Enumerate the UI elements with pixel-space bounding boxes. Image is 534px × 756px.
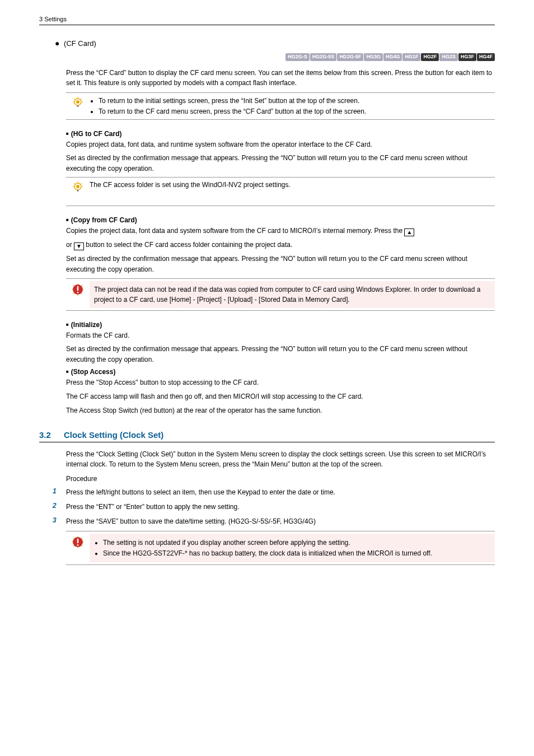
copy-from-heading: ■(Copy from CF Card) <box>66 216 495 224</box>
svg-line-7 <box>81 99 82 100</box>
tip-box-1: To return to the initial settings screen… <box>66 92 495 120</box>
model-badge: HG2S <box>439 53 458 61</box>
tip-box-2: The CF access folder is set using the Wi… <box>66 177 495 206</box>
down-arrow-icon: ▼ <box>74 242 84 250</box>
warn-item: The setting is not updated if you displa… <box>103 538 490 548</box>
model-badge: HG1F <box>402 53 420 61</box>
svg-line-15 <box>81 183 82 184</box>
svg-line-36 <box>73 545 74 547</box>
svg-rect-28 <box>77 539 78 543</box>
hg-to-cf-tip: The CF access folder is set using the Wi… <box>90 180 495 194</box>
svg-rect-10 <box>77 190 79 192</box>
warn-box-2: The setting is not updated if you displa… <box>66 531 495 565</box>
section-title: Clock Setting (Clock Set) <box>64 430 163 440</box>
tip-item: To return to the initial settings screen… <box>99 96 495 106</box>
copy-from-p1b: or ▼ button to select the CF card access… <box>66 240 495 250</box>
step-number: 3 <box>53 516 66 526</box>
cfcard-heading: ● (CF Card) <box>55 39 495 48</box>
svg-line-14 <box>74 183 75 184</box>
stop-access-p1: Press the "Stop Access" button to stop a… <box>66 377 495 388</box>
section-3-2-heading: 3.2 Clock Setting (Clock Set) <box>39 430 495 442</box>
hg-to-cf-p1: Copies project data, font data, and runt… <box>66 139 495 150</box>
chapter-header: 3 Settings <box>39 16 495 25</box>
svg-rect-2 <box>77 105 79 107</box>
svg-line-24 <box>81 293 82 294</box>
step-number: 2 <box>53 502 66 512</box>
warning-icon <box>71 535 85 549</box>
model-badge: HG2G-S <box>285 53 310 61</box>
warn-box-1: The project data can not be read if the … <box>66 278 495 311</box>
tip-icon <box>71 181 85 194</box>
up-arrow-icon: ▲ <box>404 228 414 236</box>
svg-point-9 <box>76 185 79 188</box>
procedure-step: 1Press the left/right buttons to select … <box>53 487 495 497</box>
hg-to-cf-p2: Set as directed by the confirmation mess… <box>66 153 495 174</box>
svg-rect-18 <box>77 292 78 293</box>
svg-line-26 <box>81 285 82 286</box>
step-text: Press the “SAVE” button to save the date… <box>66 516 495 526</box>
procedure-step: 3Press the “SAVE” button to save the dat… <box>53 516 495 526</box>
svg-point-1 <box>76 100 79 104</box>
hg-to-cf-heading: ■(HG to CF Card) <box>66 130 495 138</box>
clock-intro: Press the “Clock Setting (Clock Set)” bu… <box>66 449 495 469</box>
bullet-icon: ● <box>55 39 59 48</box>
model-badge: HG4F <box>477 53 495 61</box>
section-number: 3.2 <box>39 430 64 440</box>
warn-item: Since the HG2G-5ST22VF-* has no backup b… <box>103 548 490 558</box>
procedure-label: Procedure <box>66 475 495 483</box>
step-text: Press the left/right buttons to select a… <box>66 487 495 497</box>
warning-icon <box>71 282 85 297</box>
stop-access-heading: ■(Stop Access) <box>66 368 495 376</box>
initialize-p1: Formats the CF card. <box>66 330 495 341</box>
svg-line-35 <box>81 545 82 547</box>
model-badge: HG2F <box>421 53 439 61</box>
tip-icon <box>71 96 85 110</box>
svg-line-23 <box>73 285 74 286</box>
model-badge: HG4G <box>383 53 402 61</box>
tip-item: To return to the CF card menu screen, pr… <box>99 106 495 116</box>
step-text: Press the “ENT” or “Enter” button to app… <box>66 502 495 512</box>
svg-line-37 <box>81 538 82 539</box>
step-number: 1 <box>53 487 66 497</box>
cfcard-title: (CF Card) <box>64 39 96 48</box>
copy-from-warn: The project data can not be read if the … <box>90 281 495 308</box>
cfcard-intro: Press the “CF Card” button to display th… <box>66 68 495 88</box>
tip-list-1: To return to the initial settings screen… <box>90 96 495 116</box>
svg-line-34 <box>73 538 74 539</box>
procedure-step: 2Press the “ENT” or “Enter” button to ap… <box>53 502 495 512</box>
model-badge: HG2G-5S <box>310 53 337 61</box>
svg-rect-17 <box>77 286 78 291</box>
model-badges: HG2G-SHG2G-5SHG2G-5FHG3GHG4GHG1FHG2FHG2S… <box>39 52 495 61</box>
model-badge: HG3G <box>364 53 383 61</box>
svg-line-6 <box>74 99 75 100</box>
stop-access-p3: The Access Stop Switch (red button) at t… <box>66 405 495 416</box>
initialize-p2: Set as directed by the confirmation mess… <box>66 344 495 365</box>
clock-warn-list: The setting is not updated if you displa… <box>94 538 490 558</box>
svg-rect-29 <box>77 544 78 545</box>
model-badge: HG3F <box>458 53 476 61</box>
copy-from-p1: Copies the project data, font data and s… <box>66 226 495 236</box>
stop-access-p2: The CF access lamp will flash and then g… <box>66 391 495 402</box>
copy-from-p2: Set as directed by the confirmation mess… <box>66 254 495 274</box>
svg-line-25 <box>73 293 74 294</box>
model-badge: HG2G-5F <box>337 53 363 61</box>
initialize-heading: ■(Initialize) <box>66 321 495 329</box>
